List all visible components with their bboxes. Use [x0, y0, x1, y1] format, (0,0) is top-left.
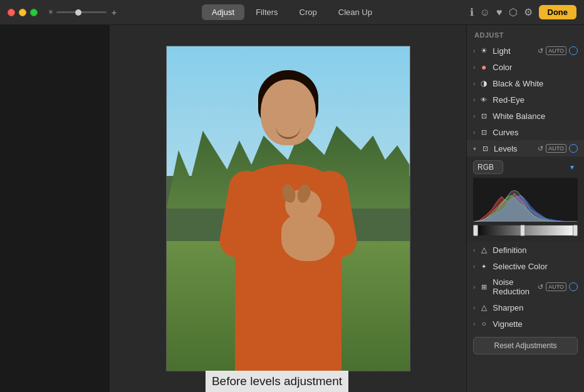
- tab-filters[interactable]: Filters: [246, 4, 288, 20]
- right-panel: ADJUST › ☀ Light ↺ AUTO › ● Color › ◑ Bl…: [466, 25, 584, 392]
- light-toggle[interactable]: [569, 46, 578, 55]
- rgb-select[interactable]: RGB Red Green Blue: [473, 160, 503, 174]
- color-icon: ●: [479, 62, 489, 72]
- adjust-label-wb: White Balance: [493, 111, 578, 121]
- wb-icon: ⊡: [479, 111, 489, 121]
- main-area: Before levels adjustment ADJUST › ☀ Ligh…: [0, 25, 584, 392]
- caption-text: Before levels adjustment: [212, 374, 342, 388]
- definition-icon: △: [479, 245, 489, 255]
- adjust-item-vignette[interactable]: › ○ Vignette: [467, 316, 584, 332]
- brightness-slider[interactable]: ☀ +: [48, 8, 117, 18]
- levels-select-row: RGB Red Green Blue: [473, 160, 578, 174]
- fullscreen-button[interactable]: [30, 9, 38, 16]
- tab-adjust[interactable]: Adjust: [202, 4, 244, 20]
- chevron-icon: ›: [473, 113, 475, 120]
- titlebar: ☀ + Adjust Filters Crop Clean Up ℹ ☺ ♥ ⬡…: [0, 0, 584, 25]
- auto-badge[interactable]: AUTO: [546, 46, 566, 55]
- close-button[interactable]: [8, 9, 15, 16]
- undo-icon[interactable]: ↺: [538, 47, 543, 55]
- adjust-item-definition[interactable]: › △ Definition: [467, 242, 584, 258]
- adjust-item-curves[interactable]: › ⊡ Curves: [467, 124, 584, 140]
- levels-section: RGB Red Green Blue: [467, 157, 584, 242]
- rgb-select-wrapper[interactable]: RGB Red Green Blue: [473, 160, 578, 174]
- plus-icon[interactable]: +: [112, 8, 117, 18]
- levels-controls: ↺ AUTO: [538, 144, 578, 153]
- done-button[interactable]: Done: [539, 5, 577, 19]
- chevron-down-icon: ▾: [473, 145, 476, 152]
- sun-icon: ☀: [48, 8, 54, 16]
- auto-badge[interactable]: AUTO: [546, 144, 566, 153]
- adjust-label-vignette: Vignette: [493, 319, 578, 329]
- before-label: Before levels adjustment: [206, 371, 348, 392]
- chevron-icon: ›: [473, 129, 475, 136]
- traffic-lights: [0, 9, 38, 16]
- adjust-label-sharpen: Sharpen: [493, 303, 578, 312]
- chevron-icon: ›: [473, 247, 475, 254]
- noise-toggle[interactable]: [569, 282, 578, 291]
- adjust-label-bw: Black & White: [493, 79, 578, 88]
- photo: [167, 46, 410, 371]
- levels-slider[interactable]: [473, 225, 578, 235]
- chevron-icon: ›: [473, 321, 475, 328]
- adjust-label-noise: Noise Reduction: [493, 277, 534, 296]
- adjust-item-bw[interactable]: › ◑ Black & White: [467, 75, 584, 91]
- emoji-icon[interactable]: ☺: [480, 7, 490, 18]
- photo-area: Before levels adjustment: [110, 25, 466, 392]
- levels-icon: ⊡: [480, 143, 490, 153]
- gear-icon[interactable]: ⚙: [524, 6, 533, 18]
- adjust-item-levels[interactable]: ▾ ⊡ Levels ↺ AUTO: [467, 140, 584, 157]
- sharpen-icon: △: [479, 302, 489, 312]
- adjust-label-selective-color: Selective Color: [493, 262, 578, 271]
- nav-tabs: Adjust Filters Crop Clean Up: [202, 4, 382, 20]
- toolbar-right: ℹ ☺ ♥ ⬡ ⚙ Done: [470, 5, 576, 19]
- chevron-icon: ›: [473, 96, 475, 103]
- vignette-icon: ○: [479, 319, 489, 329]
- heart-icon[interactable]: ♥: [496, 7, 503, 18]
- slider-track[interactable]: [56, 11, 107, 13]
- chevron-icon: ›: [473, 304, 475, 311]
- adjust-item-color[interactable]: › ● Color: [467, 59, 584, 75]
- noise-icon: ⊞: [479, 282, 489, 292]
- info-icon[interactable]: ℹ: [470, 6, 474, 18]
- levels-white-handle[interactable]: [573, 225, 578, 236]
- noise-controls: ↺ AUTO: [538, 282, 578, 291]
- adjust-label-curves: Curves: [493, 128, 578, 137]
- adjust-label-levels: Levels: [494, 144, 534, 153]
- adjust-item-selective-color[interactable]: › ✦ Selective Color: [467, 258, 584, 274]
- sun-icon: ☀: [479, 46, 489, 56]
- levels-mid-handle[interactable]: [520, 225, 525, 236]
- adjust-item-redeye[interactable]: › 👁 Red-Eye: [467, 91, 584, 108]
- undo-icon[interactable]: ↺: [538, 145, 543, 153]
- redeye-icon: 👁: [479, 95, 489, 105]
- undo-icon[interactable]: ↺: [538, 283, 543, 291]
- curves-icon: ⊡: [479, 127, 489, 137]
- reset-adjustments-button[interactable]: Reset Adjustments: [473, 337, 578, 354]
- adjust-label-definition: Definition: [493, 245, 578, 255]
- share-icon[interactable]: ⬡: [509, 6, 518, 18]
- tab-crop[interactable]: Crop: [289, 4, 327, 20]
- chevron-icon: ›: [473, 64, 475, 71]
- slider-thumb[interactable]: [75, 9, 81, 16]
- photo-container: [166, 46, 410, 371]
- chevron-icon: ›: [473, 284, 475, 291]
- adjust-item-noise[interactable]: › ⊞ Noise Reduction ↺ AUTO: [467, 274, 584, 299]
- chevron-icon: ›: [473, 80, 475, 87]
- auto-badge[interactable]: AUTO: [546, 282, 566, 291]
- chevron-icon: ›: [473, 263, 475, 270]
- tab-cleanup[interactable]: Clean Up: [328, 4, 382, 20]
- selective-color-icon: ✦: [479, 261, 489, 271]
- adjust-label-color: Color: [493, 63, 578, 72]
- levels-black-handle[interactable]: [473, 225, 478, 236]
- histogram: [473, 178, 578, 222]
- levels-toggle[interactable]: [569, 144, 578, 153]
- bw-icon: ◑: [479, 78, 489, 88]
- chevron-icon: ›: [473, 48, 475, 54]
- light-controls: ↺ AUTO: [538, 46, 578, 55]
- adjust-label-light: Light: [493, 46, 534, 56]
- adjust-header: ADJUST: [467, 25, 584, 43]
- adjust-item-light[interactable]: › ☀ Light ↺ AUTO: [467, 43, 584, 59]
- adjust-item-sharpen[interactable]: › △ Sharpen: [467, 299, 584, 316]
- adjust-label-redeye: Red-Eye: [493, 95, 578, 105]
- adjust-item-wb[interactable]: › ⊡ White Balance: [467, 108, 584, 124]
- minimize-button[interactable]: [19, 9, 26, 16]
